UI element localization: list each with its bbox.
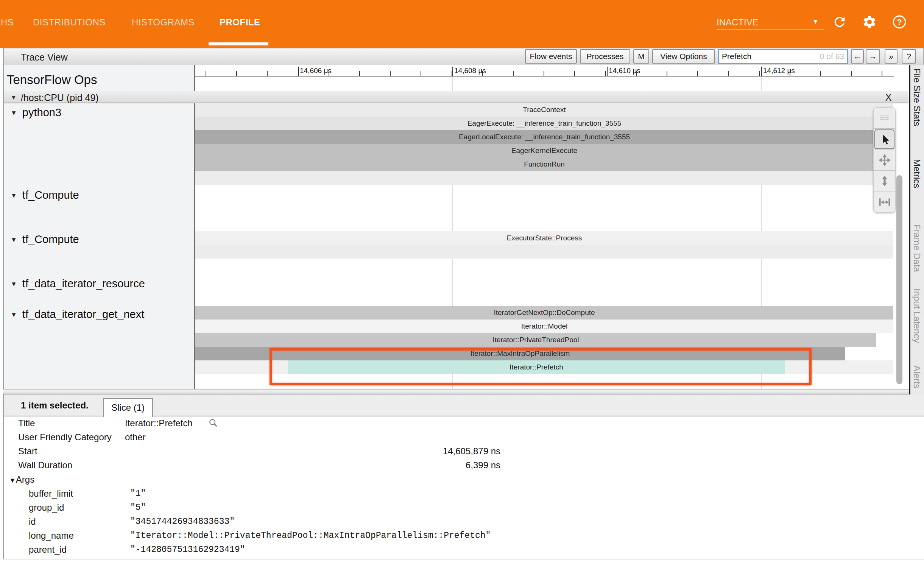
tab-slice[interactable]: Slice (1) xyxy=(103,398,153,417)
arg-value: "345174426934833633" xyxy=(130,516,235,527)
vertical-scrollbar-thumb[interactable] xyxy=(896,175,902,384)
sidebar-item-alerts[interactable]: Alerts xyxy=(912,365,922,388)
collapse-arrow-icon[interactable]: ▼ xyxy=(11,192,17,199)
field-value-start: 14,605,879 ns xyxy=(265,446,500,457)
event-row-empty xyxy=(195,171,893,185)
next-match-button[interactable]: → xyxy=(866,49,880,64)
field-value-category: other xyxy=(125,432,146,443)
trace-view-title: Trace View xyxy=(21,51,68,63)
tab-distributions[interactable]: DISTRIBUTIONS xyxy=(33,17,106,28)
cursor-select-tool-icon[interactable] xyxy=(874,129,895,150)
args-section-toggle[interactable]: ▼Args xyxy=(9,474,34,485)
track-group-label: tf_Compute xyxy=(22,189,79,201)
event-trace-context[interactable]: TraceContext xyxy=(195,103,893,117)
event-iterator-do-compute[interactable]: IteratorGetNextOp::DoCompute xyxy=(195,306,893,320)
timeline-tick-label: 14,608 μs xyxy=(454,67,486,75)
track-group-label: tf_Compute xyxy=(22,233,79,245)
close-process-button[interactable]: X xyxy=(883,92,894,103)
arg-value: "Iterator::Model::PrivateThreadPool::Max… xyxy=(130,530,491,541)
arg-value: "1" xyxy=(130,488,146,499)
view-options-button[interactable]: View Options xyxy=(652,49,715,64)
track-group-python3[interactable]: ▼python3 xyxy=(11,106,61,119)
collapse-arrow-icon[interactable]: ▼ xyxy=(11,281,17,288)
args-label: Args xyxy=(16,474,34,485)
selection-summary: 1 item selected. xyxy=(21,400,89,411)
tab-profile[interactable]: PROFILE xyxy=(220,17,260,28)
arg-key: parent_id xyxy=(29,544,67,555)
arg-key: id xyxy=(29,516,36,527)
horizontal-zoom-tool-icon[interactable] xyxy=(874,192,895,212)
tab-histograms[interactable]: HISTOGRAMS xyxy=(132,17,195,28)
field-label: Wall Duration xyxy=(18,460,72,471)
event-eager-local-execute[interactable]: EagerLocalExecute: __inference_train_fun… xyxy=(195,130,893,144)
process-header-bar[interactable] xyxy=(4,91,908,103)
track-group-tf-compute-2[interactable]: ▼tf_Compute xyxy=(11,232,79,246)
arg-value: "5" xyxy=(130,502,146,513)
more-button[interactable]: » xyxy=(885,49,898,64)
vertical-zoom-tool-icon[interactable] xyxy=(874,171,895,192)
marquee-select-tool-icon[interactable] xyxy=(874,108,895,129)
collapse-arrow-icon[interactable]: ▼ xyxy=(11,109,17,117)
collapse-arrow-icon: ▼ xyxy=(9,477,16,484)
process-header-label: /host:CPU (pid 49) xyxy=(21,92,99,103)
timeline-tick-label: 14,606 μs xyxy=(300,67,332,75)
event-function-run[interactable]: FunctionRun xyxy=(195,157,893,171)
field-value-wall-duration: 6,399 ns xyxy=(265,460,500,471)
run-selector-underline xyxy=(717,30,824,30)
event-row-empty xyxy=(195,245,893,259)
event-iterator-private-thread-pool[interactable]: Iterator::PrivateThreadPool xyxy=(195,333,876,347)
processes-button[interactable]: Processes xyxy=(580,49,630,64)
field-label: Title xyxy=(18,418,35,429)
timeline-ruler-line xyxy=(195,76,894,76)
arg-key: group_id xyxy=(29,502,64,513)
gear-icon[interactable] xyxy=(862,14,877,30)
help-icon[interactable]: ? xyxy=(892,14,907,30)
sidebar-item-input-latency[interactable]: Input Latency xyxy=(912,288,922,343)
tensorflow-ops-title: TensorFlow Ops xyxy=(7,73,97,87)
tensorboard-profile-page: HS DISTRIBUTIONS HISTOGRAMS PROFILE INAC… xyxy=(0,0,924,572)
field-label: Start xyxy=(18,446,37,457)
arg-value: "-1428057513162923419" xyxy=(130,544,245,555)
timeline-tick-label: 14,612 μs xyxy=(763,67,795,75)
search-result-count: 0 of 63 xyxy=(820,52,844,61)
selection-highlight-box xyxy=(270,348,812,385)
track-group-tf-data-iterator-resource[interactable]: ▼tf_data_iterator_resource xyxy=(11,277,145,290)
track-group-label: python3 xyxy=(22,106,61,118)
tab-graphs-partial[interactable]: HS xyxy=(1,17,14,28)
magnifier-icon[interactable] xyxy=(207,417,220,429)
track-group-tf-data-iterator-get-next[interactable]: ▼tf_data_iterator_get_next xyxy=(11,307,144,321)
pan-tool-icon[interactable] xyxy=(874,150,895,171)
svg-text:?: ? xyxy=(897,17,902,27)
track-group-label: tf_data_iterator_resource xyxy=(22,277,145,290)
arg-key: buffer_limit xyxy=(29,488,73,499)
active-tab-underline xyxy=(209,42,268,45)
field-label: User Friendly Category xyxy=(18,432,112,443)
run-selector[interactable]: INACTIVE xyxy=(717,17,759,28)
refresh-icon[interactable] xyxy=(832,14,847,30)
horizontal-scrollbar-track[interactable] xyxy=(3,389,909,394)
field-value-title: Iterator::Prefetch xyxy=(125,418,193,429)
collapse-arrow-icon[interactable]: ▼ xyxy=(11,94,17,101)
timeline-tick-label: 14,610 μs xyxy=(609,67,640,75)
trace-search-box[interactable]: Prefetch 0 of 63 xyxy=(718,49,848,64)
event-eager-execute[interactable]: EagerExecute: __inference_train_function… xyxy=(195,117,893,130)
sidebar-item-frame-data[interactable]: Frame Data xyxy=(912,224,922,272)
m-button[interactable]: M xyxy=(633,49,649,64)
collapse-arrow-icon[interactable]: ▼ xyxy=(11,311,17,318)
event-executor-state[interactable]: ExecutorState::Process xyxy=(195,231,893,245)
sidebar-item-metrics[interactable]: Metrics xyxy=(912,159,922,188)
flow-events-button[interactable]: Flow events xyxy=(525,49,577,64)
help-button[interactable]: ? xyxy=(902,49,916,64)
track-group-label: tf_data_iterator_get_next xyxy=(22,308,144,320)
track-group-tf-compute-1[interactable]: ▼tf_Compute xyxy=(11,188,79,202)
search-input[interactable]: Prefetch xyxy=(722,52,820,61)
trace-tool-palette xyxy=(873,108,896,213)
sidebar-item-file-size-stats[interactable]: File Size Stats xyxy=(912,68,922,126)
event-iterator-model[interactable]: Iterator::Model xyxy=(195,320,893,333)
event-eager-kernel-execute[interactable]: EagerKernelExecute xyxy=(195,144,893,157)
chevron-down-icon[interactable]: ▼ xyxy=(812,18,819,26)
arg-key: long_name xyxy=(29,530,74,541)
collapse-arrow-icon[interactable]: ▼ xyxy=(11,236,17,243)
prev-match-button[interactable]: ← xyxy=(851,49,864,64)
